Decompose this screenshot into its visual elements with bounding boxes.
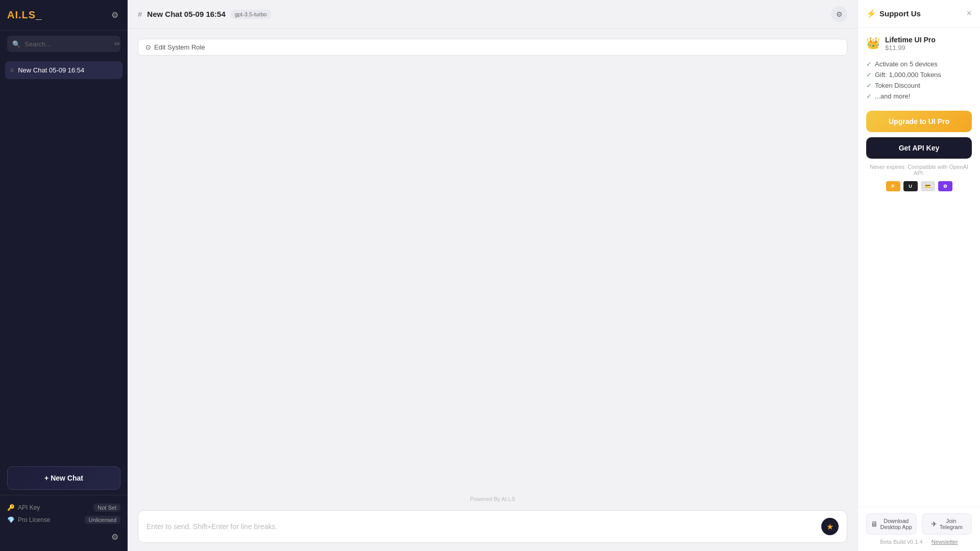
never-expires-text: Never expires. Compatible with OpenAI AP… (866, 164, 972, 176)
upgrade-button[interactable]: Upgrade to UI Pro (866, 111, 972, 132)
newsletter-link[interactable]: Newsletter (932, 539, 958, 545)
join-telegram-button[interactable]: ✈ Join Telegram (922, 513, 972, 535)
pro-license-text: Pro License (18, 516, 50, 523)
plan-card: 👑 Lifetime UI Pro $11.99 (866, 36, 972, 52)
top-bar-right: ⚙ (831, 6, 847, 22)
close-support-panel-button[interactable]: × (966, 8, 972, 19)
sidebar-footer: 🔑 API Key Not Set 💎 Pro License Unlicens… (0, 495, 128, 551)
support-title-text: Support Us (879, 9, 921, 18)
check-icon-2: ✓ (866, 82, 872, 89)
pro-license-label: 💎 Pro License (7, 516, 50, 523)
support-panel: ⚡ Support Us × 👑 Lifetime UI Pro $11.99 … (857, 0, 980, 551)
feature-item-2: ✓ Token Discount (866, 80, 972, 91)
logo: AI.LS_ (7, 9, 42, 21)
hash-icon: # (10, 66, 14, 74)
new-chat-label: + New Chat (44, 474, 83, 482)
support-header: ⚡ Support Us × (858, 0, 980, 28)
chat-title: New Chat 05-09 16:54 (147, 10, 225, 18)
chat-area: ⊙ Edit System Role (128, 29, 857, 492)
upgrade-btn-label: Upgrade to UI Pro (889, 117, 949, 126)
pro-license-value: Unlicensed (85, 516, 120, 524)
chat-item[interactable]: # New Chat 05-09 16:54 (5, 61, 122, 79)
pro-license-icon: 💎 (7, 516, 15, 523)
payment-icons: P U 💳 ✿ (866, 181, 972, 191)
search-box: 🔍 ✏ (7, 36, 120, 52)
telegram-text: Telegram (940, 524, 963, 530)
plan-details: Lifetime UI Pro $11.99 (885, 36, 936, 52)
download-desktop-app-button[interactable]: 🖥 Download Desktop App (866, 513, 917, 535)
powered-by: Powered By AI.LS (128, 492, 857, 504)
topbar-hash-icon: # (138, 10, 142, 18)
footer-settings: ⚙ (7, 526, 120, 544)
top-bar-left: # New Chat 05-09 16:54 gpt-3.5-turbo (138, 10, 271, 19)
edit-system-role-button[interactable]: ⊙ Edit System Role (138, 39, 847, 56)
get-api-key-button[interactable]: Get API Key (866, 137, 972, 159)
system-role-label: Edit System Role (154, 43, 205, 51)
payment-icon-1: U (903, 181, 918, 191)
search-area: 🔍 ✏ (0, 31, 128, 57)
search-icon: 🔍 (12, 40, 20, 48)
send-button[interactable]: ★ (821, 518, 839, 535)
download-label: Download Desktop App (880, 518, 912, 530)
desktop-app-text: Desktop App (880, 524, 912, 530)
api-key-label: 🔑 API Key (7, 504, 40, 511)
input-area: ★ (128, 504, 857, 551)
join-text: Join (946, 518, 956, 524)
top-bar: # New Chat 05-09 16:54 gpt-3.5-turbo ⚙ (128, 0, 857, 29)
settings-icon-btn[interactable]: ⚙ (109, 8, 120, 22)
chat-item-label: New Chat 05-09 16:54 (18, 66, 84, 74)
payment-icon-3: ✿ (938, 181, 952, 191)
feature-item-0: ✓ Activate on 5 devices (866, 59, 972, 69)
never-expires-label: Never expires. Compatible with OpenAI AP… (870, 164, 968, 176)
feature-text-2: Token Discount (875, 82, 920, 89)
desktop-icon: 🖥 (871, 520, 878, 528)
beta-label: Beta Build v0.1.4 (880, 539, 922, 545)
compose-icon[interactable]: ✏ (114, 40, 120, 48)
topbar-settings-btn[interactable]: ⚙ (831, 6, 847, 22)
feature-item-1: ✓ Gift: 1,000,000 Tokens (866, 69, 972, 80)
feature-list: ✓ Activate on 5 devices ✓ Gift: 1,000,00… (866, 59, 972, 102)
api-key-btn-label: Get API Key (899, 144, 940, 152)
api-key-value: Not Set (93, 504, 120, 512)
check-icon-1: ✓ (866, 71, 872, 79)
api-key-icon: 🔑 (7, 504, 15, 511)
chat-list: # New Chat 05-09 16:54 (0, 57, 128, 461)
logo-text: AI.LS (7, 9, 36, 20)
pro-license-row: 💎 Pro License Unlicensed (7, 514, 120, 526)
header-icons: ⚙ (109, 8, 120, 22)
telegram-label: Join Telegram (940, 518, 963, 530)
input-box: ★ (138, 510, 847, 543)
payment-icon-0: P (886, 181, 900, 191)
main-content: # New Chat 05-09 16:54 gpt-3.5-turbo ⚙ ⊙… (128, 0, 857, 551)
bolt-icon: ⚡ (866, 9, 876, 18)
logo-dot: _ (36, 9, 42, 20)
telegram-icon: ✈ (931, 520, 937, 528)
beta-separator: · (926, 539, 928, 545)
feature-text-0: Activate on 5 devices (875, 60, 938, 68)
beta-text: Beta Build v0.1.4 · Newsletter (866, 539, 972, 545)
support-title: ⚡ Support Us (866, 9, 921, 18)
plan-name: Lifetime UI Pro (885, 36, 936, 44)
feature-text-1: Gift: 1,000,000 Tokens (875, 71, 941, 79)
crown-icon: 👑 (866, 37, 880, 50)
search-input[interactable] (24, 40, 110, 48)
feature-item-3: ✓ ...and more! (866, 91, 972, 102)
support-body: 👑 Lifetime UI Pro $11.99 ✓ Activate on 5… (858, 28, 980, 507)
check-icon-3: ✓ (866, 92, 872, 100)
api-key-row: 🔑 API Key Not Set (7, 502, 120, 514)
download-text: Download (884, 518, 909, 524)
support-footer: 🖥 Download Desktop App ✈ Join Telegram B… (858, 507, 980, 551)
plan-price: $11.99 (885, 44, 936, 52)
new-chat-button[interactable]: + New Chat (7, 466, 120, 490)
powered-by-text: Powered By AI.LS (470, 496, 516, 502)
payment-icon-2: 💳 (921, 181, 935, 191)
sidebar-header: AI.LS_ ⚙ (0, 0, 128, 31)
chat-messages (138, 64, 847, 482)
sidebar: AI.LS_ ⚙ 🔍 ✏ # New Chat 05-09 16:54 + Ne… (0, 0, 128, 551)
footer-links: 🖥 Download Desktop App ✈ Join Telegram (866, 513, 972, 535)
check-icon-0: ✓ (866, 60, 872, 68)
system-role-icon: ⊙ (145, 43, 151, 51)
footer-settings-btn[interactable]: ⚙ (109, 530, 120, 544)
message-input[interactable] (146, 522, 816, 531)
feature-text-3: ...and more! (875, 92, 910, 100)
